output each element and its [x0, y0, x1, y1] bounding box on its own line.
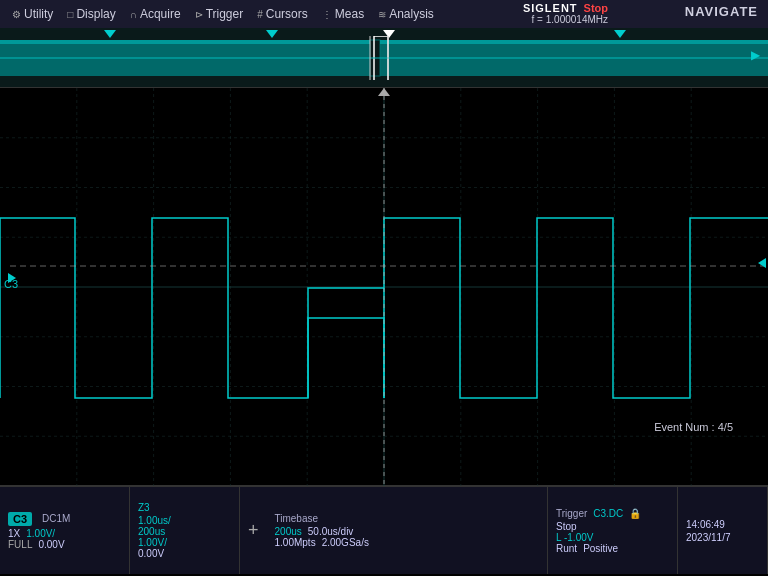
menu-meas[interactable]: ⋮ Meas — [316, 5, 370, 23]
analysis-icon: ≋ — [378, 9, 386, 20]
overview-area: ▶ — [0, 28, 768, 88]
display-icon: □ — [67, 9, 73, 20]
gsa-val: 2.00GSa/s — [322, 537, 369, 548]
menu-display[interactable]: □ Display — [61, 5, 121, 23]
time-display: 14:06:49 — [686, 519, 725, 530]
menu-acquire[interactable]: ∩ Acquire — [124, 5, 187, 23]
cursors-icon: # — [257, 9, 263, 20]
channel-indicator: C3 — [8, 512, 32, 526]
ground-marker: + — [240, 487, 267, 574]
timebase-val1: 200us — [275, 526, 302, 537]
coupling-label: DC1M — [42, 513, 70, 524]
brand-logo: SIGLENT — [523, 2, 578, 14]
volt-div: 1.00V/ — [26, 528, 55, 539]
full-label: FULL — [8, 539, 32, 550]
menu-utility[interactable]: ⚙ Utility — [6, 5, 59, 23]
trigger-runt-val: Runt — [556, 543, 577, 554]
channel-label: C3 — [4, 278, 18, 290]
trigger-level-arrow — [758, 258, 766, 268]
trigger-stop-val: Stop — [556, 521, 577, 532]
horizontal-position-marker — [378, 88, 390, 96]
overview-right-arrow: ▶ — [751, 48, 760, 62]
trigger-pos-val: Positive — [583, 543, 618, 554]
event-number-label: Event Num : 4/5 — [649, 419, 738, 435]
scale-1x: 1X — [8, 528, 20, 539]
z3-section: Z3 1.00us/ 200us 1.00V/ 0.00V — [130, 487, 240, 574]
z3-timebase: 1.00us/ — [138, 515, 171, 526]
navigate-button[interactable]: NAVIGATE — [685, 4, 758, 19]
channel-section: C3 DC1M 1X 1.00V/ FULL 0.00V — [0, 487, 130, 574]
timebase-section: Timebase 200us 50.0us/div 1.00Mpts 2.00G… — [267, 487, 548, 574]
menu-analysis[interactable]: ≋ Analysis — [372, 5, 440, 23]
acquire-icon: ∩ — [130, 9, 137, 20]
trigger-section: Trigger C3.DC 🔒 Stop L -1.00V Runt Posit… — [548, 487, 678, 574]
lock-icon: 🔒 — [629, 508, 641, 519]
brand-area: SIGLENT Stop f = 1.000014MHz — [523, 2, 608, 25]
menu-bar: ⚙ Utility □ Display ∩ Acquire ⊳ Trigger … — [0, 0, 768, 28]
z3-offset2: 0.00V — [138, 548, 164, 559]
run-stop-indicator: Stop — [584, 2, 608, 14]
menu-trigger[interactable]: ⊳ Trigger — [189, 5, 250, 23]
menu-cursors[interactable]: # Cursors — [251, 5, 314, 23]
trigger-ch-val: C3.DC — [593, 508, 623, 519]
trigger-icon: ⊳ — [195, 9, 203, 20]
datetime-section: 14:06:49 2023/11/7 — [678, 487, 768, 574]
status-bar: C3 DC1M 1X 1.00V/ FULL 0.00V Z3 1.00us/ … — [0, 486, 768, 574]
date-display: 2023/11/7 — [686, 532, 731, 543]
utility-icon: ⚙ — [12, 9, 21, 20]
svg-rect-3 — [0, 40, 370, 44]
trigger-lvl-val: L -1.00V — [556, 532, 593, 543]
z3-label: Z3 — [138, 502, 150, 513]
overview-svg — [0, 36, 768, 80]
main-waveform-area: C3 Event Num : 4/5 — [0, 88, 768, 486]
mpts-val: 1.00Mpts — [275, 537, 316, 548]
timebase-val2: 50.0us/div — [308, 526, 354, 537]
z3-timebase2: 200us — [138, 526, 165, 537]
trigger-label: Trigger — [556, 508, 587, 519]
svg-rect-4 — [380, 40, 768, 44]
timebase-label: Timebase — [275, 513, 319, 524]
offset-val: 0.00V — [38, 539, 64, 550]
z3-voltdiv2: 1.00V/ — [138, 537, 167, 548]
meas-icon: ⋮ — [322, 9, 332, 20]
frequency-display: f = 1.000014MHz — [532, 14, 608, 25]
